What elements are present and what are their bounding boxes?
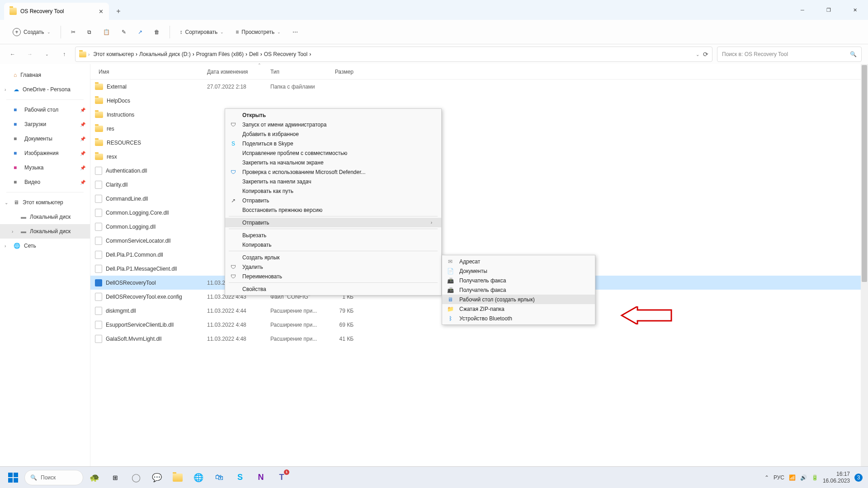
taskbar-app-teams2[interactable]: T1 <box>272 469 291 487</box>
forward-button[interactable]: → <box>24 48 36 61</box>
file-row[interactable]: HelpDocs <box>90 94 868 108</box>
file-row[interactable]: RESOURCES <box>90 136 868 150</box>
paste-button[interactable]: 📋 <box>99 24 114 40</box>
file-row[interactable]: resx <box>90 150 868 164</box>
submenu-item[interactable]: ᛒУстройство Bluetooth <box>442 314 595 323</box>
menu-item[interactable]: 🛡Запуск от имени администратора <box>225 120 441 129</box>
close-button[interactable]: ✕ <box>842 0 868 20</box>
maximize-button[interactable]: ❐ <box>816 0 842 20</box>
window-tab[interactable]: OS Recovery Tool ✕ <box>4 3 109 20</box>
taskbar-app-explorer[interactable] <box>168 469 187 487</box>
sidebar-item-disk-selected[interactable]: › ▬ Локальный диск <box>0 224 90 239</box>
menu-item[interactable]: Добавить в избранное <box>225 129 441 139</box>
scrollbar-track[interactable] <box>861 64 868 471</box>
delete-button[interactable]: 🗑 <box>150 24 164 40</box>
up-button[interactable]: ↑ <box>58 48 71 61</box>
taskbar-app-store[interactable]: 🛍 <box>210 469 229 487</box>
menu-item[interactable]: Открыть <box>225 110 441 120</box>
file-row[interactable]: res <box>90 122 868 136</box>
rename-button[interactable]: ✎ <box>117 24 131 40</box>
pin-icon[interactable]: 📌 <box>80 122 85 127</box>
copy-button[interactable]: ⧉ <box>83 24 96 40</box>
notification-badge[interactable]: 3 <box>854 474 863 482</box>
submenu-item[interactable]: 📠Получатель факса <box>442 276 595 285</box>
file-row[interactable]: Common.Logging.dll <box>90 220 868 234</box>
menu-item[interactable]: Копировать как путь <box>225 186 441 196</box>
tray-chevron-icon[interactable]: ⌃ <box>764 474 769 481</box>
taskbar-app-teams[interactable]: 💬 <box>147 469 166 487</box>
sidebar-quick-item[interactable]: ■Загрузки📌 <box>0 117 90 131</box>
menu-item[interactable]: Вырезать <box>225 230 441 240</box>
chevron-down-icon[interactable]: ⌄ <box>696 52 699 57</box>
breadcrumb-bar[interactable]: › Этот компьютер›Локальный диск (D:)›Pro… <box>75 47 712 62</box>
sidebar-quick-item[interactable]: ■Рабочий стол📌 <box>0 103 90 117</box>
col-size[interactable]: Размер <box>321 69 357 75</box>
minimize-button[interactable]: ─ <box>789 0 816 20</box>
breadcrumb-item[interactable]: OS Recovery Tool <box>262 50 310 58</box>
file-row[interactable]: CommandLine.dll <box>90 192 868 206</box>
pin-icon[interactable]: 📌 <box>80 165 85 170</box>
file-row[interactable]: Clarity.dll <box>90 178 868 192</box>
sidebar-item-network[interactable]: › 🌐 Сеть <box>0 239 90 253</box>
menu-item[interactable]: 🛡Удалить <box>225 262 441 272</box>
taskbar-app-chrome[interactable]: ◯ <box>127 469 146 487</box>
taskbar-search[interactable]: 🔍 Поиск <box>24 470 83 485</box>
wifi-icon[interactable]: 📶 <box>789 474 796 481</box>
sidebar-item-disk[interactable]: ▬ Локальный диск <box>0 210 90 224</box>
taskbar-app-taskview[interactable]: ⊞ <box>106 469 125 487</box>
new-tab-button[interactable]: + <box>111 4 126 19</box>
tray-language[interactable]: РУС <box>774 474 784 481</box>
menu-item[interactable]: Закрепить на начальном экране <box>225 158 441 167</box>
breadcrumb-item[interactable]: Этот компьютер <box>91 50 136 58</box>
file-row[interactable]: CommonServiceLocator.dll <box>90 234 868 248</box>
breadcrumb-item[interactable]: Локальный диск (D:) <box>137 50 193 58</box>
tab-close-icon[interactable]: ✕ <box>99 8 104 15</box>
file-row[interactable]: GalaSoft.MvvmLight.dll11.03.2022 4:48Рас… <box>90 332 868 346</box>
sidebar-item-home[interactable]: ⌂ Главная <box>0 68 90 82</box>
sidebar-quick-item[interactable]: ■Видео📌 <box>0 175 90 189</box>
back-button[interactable]: ← <box>6 48 19 61</box>
taskbar-app-skype[interactable]: S <box>231 469 250 487</box>
battery-icon[interactable]: 🔋 <box>811 474 818 481</box>
chevron-down-icon[interactable]: ⌄ <box>5 200 8 205</box>
recent-dropdown[interactable]: ⌄ <box>41 48 53 61</box>
sort-button[interactable]: ↕ Сортировать ⌄ <box>175 24 229 40</box>
submenu-item[interactable]: 📄Документы <box>442 266 595 276</box>
menu-item[interactable]: 🛡Переименовать <box>225 272 441 281</box>
submenu-item[interactable]: 🖥Рабочий стол (создать ярлык) <box>442 295 595 304</box>
col-date[interactable]: Дата изменения <box>203 69 267 75</box>
chevron-right-icon[interactable]: › <box>5 244 6 249</box>
share-button[interactable]: ↗ <box>133 24 147 40</box>
submenu-item[interactable]: 📁Сжатая ZIP-папка <box>442 304 595 314</box>
col-type[interactable]: Тип <box>267 69 321 75</box>
breadcrumb-item[interactable]: Dell <box>247 50 260 58</box>
volume-icon[interactable]: 🔊 <box>800 474 807 481</box>
menu-item[interactable]: Исправление проблем с совместимостью <box>225 148 441 158</box>
chevron-right-icon[interactable]: › <box>5 87 6 92</box>
pin-icon[interactable]: 📌 <box>80 136 85 141</box>
more-button[interactable]: ⋯ <box>288 24 302 40</box>
taskbar-app-edge[interactable]: 🌐 <box>189 469 208 487</box>
menu-item[interactable]: Восстановить прежнюю версию <box>225 205 441 215</box>
start-button[interactable] <box>4 469 23 487</box>
taskbar-app-turtle[interactable]: 🐢 <box>85 469 104 487</box>
file-row[interactable]: Common.Logging.Core.dll <box>90 206 868 220</box>
file-row[interactable]: Authentication.dll <box>90 164 868 178</box>
file-row[interactable]: Instructions <box>90 108 868 122</box>
menu-item[interactable]: Создать ярлык <box>225 253 441 262</box>
search-input[interactable]: Поиск в: OS Recovery Tool 🔍 <box>717 47 862 62</box>
refresh-button[interactable]: ⟳ <box>703 51 708 58</box>
submenu-item[interactable]: 📠Получатель факса <box>442 285 595 295</box>
sidebar-item-onedrive[interactable]: › ☁ OneDrive - Persona <box>0 82 90 97</box>
pin-icon[interactable]: 📌 <box>80 108 85 113</box>
file-row[interactable]: External27.07.2022 2:18Папка с файлами <box>90 80 868 94</box>
menu-item[interactable]: Закрепить на панели задач <box>225 177 441 186</box>
view-button[interactable]: ≡ Просмотреть ⌄ <box>231 24 285 40</box>
menu-item[interactable]: Отправить› <box>225 218 441 227</box>
submenu-item[interactable]: ✉Адресат <box>442 257 595 266</box>
pin-icon[interactable]: 📌 <box>80 151 85 156</box>
chevron-right-icon[interactable]: › <box>12 229 13 234</box>
taskbar-app-onenote[interactable]: N <box>251 469 270 487</box>
sidebar-quick-item[interactable]: ■Документы📌 <box>0 131 90 146</box>
create-button[interactable]: + Создать ⌄ <box>8 24 55 40</box>
